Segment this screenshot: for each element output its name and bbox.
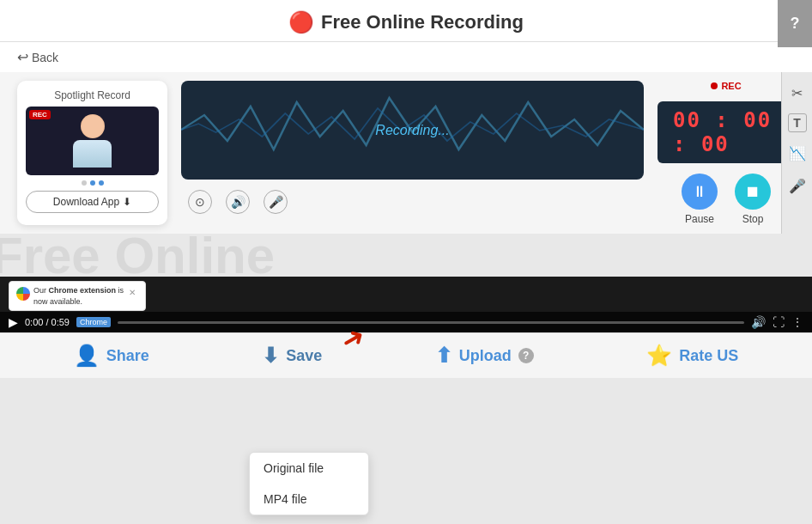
text-icon[interactable]: T (788, 113, 807, 132)
microphone-icon[interactable]: 🎤 (785, 174, 809, 198)
share-label: Share (106, 347, 149, 365)
video-player: Our Chrome extension is now available. ✕… (0, 277, 812, 332)
chrome-notification: Our Chrome extension is now available. ✕ (9, 281, 146, 311)
chart-icon[interactable]: 📉 (785, 141, 809, 165)
spotlight-preview: REC (26, 107, 159, 175)
bottom-bar: 👤 Share ⬇ Save ➜ ⬆ Upload ? ⭐ Rate US (0, 332, 812, 378)
notification-bold: Chrome extension (49, 286, 117, 295)
video-controls: ▶ 0:00 / 0:59 Chrome 🔊 ⛶ ⋮ (0, 312, 812, 332)
pause-circle: ⏸ (682, 174, 718, 210)
save-section: ⬇ Save ➜ (262, 344, 322, 368)
stop-button[interactable]: ⏹ Stop (735, 174, 771, 225)
waveform-area: Recording... (181, 81, 644, 180)
save-label: Save (286, 347, 322, 365)
time-display: 0:00 / 0:59 (25, 317, 70, 327)
fullscreen-button[interactable]: ⛶ (773, 315, 785, 329)
audio-icon[interactable]: 🔊 (226, 190, 250, 214)
spotlight-label: Spotlight Record (26, 89, 159, 101)
pause-label: Pause (685, 213, 714, 225)
back-label: Back (32, 51, 58, 64)
mic-icon[interactable]: 🎤 (264, 190, 288, 214)
save-dropdown: Original file MP4 file (249, 452, 369, 515)
upload-help-icon[interactable]: ? (518, 348, 534, 363)
screen-icon[interactable]: ⊙ (188, 190, 212, 214)
watermark-text: Free Online (0, 234, 275, 277)
rec-dot (711, 82, 718, 89)
right-sidebar: ✂ T 📉 🎤 (781, 72, 812, 234)
dot-3 (99, 180, 104, 186)
action-buttons: ⏸ Pause ⏹ Stop (682, 174, 771, 225)
waveform-text: Recording... (375, 123, 449, 138)
dot-1 (82, 180, 87, 186)
upload-icon: ⬆ (435, 344, 452, 368)
timer-display: 00 : 00 : 00 (657, 101, 795, 163)
main-area: Spotlight Record REC Download App ⬇ Rec (0, 72, 812, 234)
save-button[interactable]: ⬇ Save (262, 344, 322, 368)
rate-button[interactable]: ⭐ Rate US (646, 344, 738, 368)
more-options-button[interactable]: ⋮ (791, 315, 803, 329)
controls-row: ⊙ 🔊 🎤 (181, 186, 644, 217)
upload-button[interactable]: ⬆ Upload ? (435, 344, 534, 368)
star-icon: ⭐ (646, 344, 672, 368)
volume-button[interactable]: 🔊 (751, 315, 766, 329)
spotlight-dots (26, 180, 159, 186)
upload-label: Upload (459, 347, 512, 365)
notification-text: Our Chrome extension is now available. (33, 286, 124, 306)
original-file-option[interactable]: Original file (250, 453, 368, 484)
pause-button[interactable]: ⏸ Pause (682, 174, 718, 225)
share-icon: 👤 (74, 344, 100, 368)
page-title: Free Online Recording (321, 11, 524, 34)
back-arrow-icon: ↩ (17, 49, 28, 65)
back-row: ↩ Back (0, 42, 812, 72)
progress-bar[interactable] (118, 321, 744, 324)
rate-label: Rate US (679, 347, 738, 365)
download-icon: ⬇ (123, 196, 131, 208)
header: 🔴 Free Online Recording ? (0, 0, 812, 42)
dot-2 (90, 180, 95, 186)
spotlight-card: Spotlight Record REC Download App ⬇ (17, 81, 167, 225)
help-button[interactable]: ? (778, 0, 812, 47)
stop-label: Stop (742, 213, 764, 225)
save-icon: ⬇ (262, 344, 279, 368)
rec-indicator: REC (711, 81, 741, 91)
download-app-button[interactable]: Download App ⬇ (26, 191, 159, 213)
scissors-icon[interactable]: ✂ (785, 81, 809, 105)
chrome-logo-icon (16, 287, 30, 301)
stop-circle: ⏹ (735, 174, 771, 210)
back-button[interactable]: ↩ Back (17, 49, 795, 65)
share-button[interactable]: 👤 Share (74, 344, 149, 368)
header-logo: 🔴 (288, 10, 314, 34)
timer-panel: REC 00 : 00 : 00 ⏸ Pause ⏹ Stop (657, 81, 795, 225)
chrome-badge: Chrome (76, 317, 111, 327)
recording-preview: Recording... ⊙ 🔊 🎤 (181, 81, 644, 225)
watermark-section: Free Online (0, 234, 812, 277)
notification-close-button[interactable]: ✕ (129, 288, 136, 297)
rec-badge: REC (29, 110, 51, 119)
mp4-file-option[interactable]: MP4 file (250, 484, 368, 515)
play-button[interactable]: ▶ (9, 315, 18, 329)
